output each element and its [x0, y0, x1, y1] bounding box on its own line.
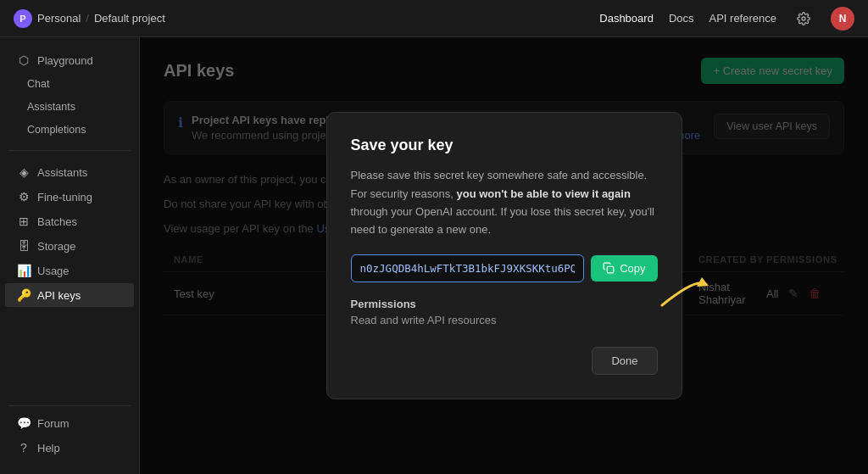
breadcrumb-project[interactable]: Default project [94, 12, 165, 25]
key-row: Copy [351, 254, 658, 282]
sidebar-item-api-keys[interactable]: 🔑 API keys [5, 283, 134, 307]
nav-dashboard[interactable]: Dashboard [599, 12, 654, 25]
avatar[interactable]: N [831, 7, 854, 31]
modal-body-bold: you won't be able to view it again [457, 187, 631, 200]
assistants-icon: ◈ [17, 165, 31, 179]
modal-overlay: Save your key Please save this secret ke… [140, 37, 868, 474]
sidebar-label-api-keys: API keys [37, 289, 81, 302]
fine-tuning-icon: ⚙ [17, 190, 31, 204]
sidebar-item-storage[interactable]: 🗄 Storage [5, 234, 134, 258]
svg-point-0 [802, 17, 805, 20]
sidebar-item-batches[interactable]: ⊞ Batches [5, 209, 134, 233]
copy-btn-label: Copy [620, 262, 645, 275]
arrow-svg [658, 273, 709, 307]
modal-body-text-2: through your OpenAI account. If you lose… [351, 205, 654, 236]
sidebar-label-batches: Batches [37, 215, 77, 228]
sidebar-item-forum[interactable]: 💬 Forum [5, 411, 134, 435]
nav-docs[interactable]: Docs [669, 12, 694, 25]
sidebar-item-usage[interactable]: 📊 Usage [5, 259, 134, 282]
done-button[interactable]: Done [592, 347, 657, 375]
forum-icon: 💬 [17, 416, 31, 430]
svg-rect-1 [607, 267, 614, 274]
org-icon[interactable]: P [14, 9, 32, 28]
copy-icon [603, 262, 615, 274]
breadcrumb: Personal / Default project [37, 12, 165, 25]
modal-title: Save your key [351, 137, 658, 154]
storage-icon: 🗄 [17, 239, 31, 253]
sidebar-item-playground[interactable]: ⬡ Playground [5, 48, 134, 72]
usage-icon: 📊 [17, 264, 31, 277]
main-layout: ⬡ Playground Chat Assistants Completions… [0, 37, 868, 474]
sidebar-label-usage: Usage [37, 265, 70, 277]
nav-api-reference[interactable]: API reference [709, 12, 777, 25]
permissions-label: Permissions [351, 298, 658, 310]
sidebar: ⬡ Playground Chat Assistants Completions… [0, 37, 140, 474]
sidebar-label-fine-tuning: Fine-tuning [37, 191, 92, 204]
sidebar-section-assistants: ◈ Assistants ⚙ Fine-tuning ⊞ Batches 🗄 S… [0, 156, 139, 311]
sidebar-label-assistants-sub: Assistants [27, 101, 75, 113]
settings-icon[interactable] [792, 7, 815, 31]
arrow-pointer [658, 273, 709, 310]
org-icon-text: P [19, 14, 25, 24]
topbar-right: Dashboard Docs API reference N [599, 7, 854, 31]
modal-body: Please save this secret key somewhere sa… [351, 166, 658, 239]
sidebar-label-help: Help [37, 442, 60, 454]
sidebar-label-forum: Forum [37, 417, 70, 430]
sidebar-item-fine-tuning[interactable]: ⚙ Fine-tuning [5, 185, 134, 209]
avatar-text: N [839, 13, 847, 25]
sidebar-label-assistants: Assistants [37, 166, 87, 179]
sidebar-label-chat: Chat [27, 78, 49, 90]
api-keys-icon: 🔑 [17, 288, 31, 302]
breadcrumb-separator: / [86, 12, 89, 25]
sidebar-label-storage: Storage [37, 240, 76, 253]
sidebar-item-chat[interactable]: Chat [5, 73, 134, 95]
sidebar-item-completions[interactable]: Completions [5, 119, 134, 141]
breadcrumb-org[interactable]: Personal [37, 12, 81, 25]
sidebar-bottom: 💬 Forum ? Help [0, 400, 139, 467]
topbar-left: P Personal / Default project [14, 9, 599, 28]
content-area: API keys + Create new secret key ℹ Proje… [140, 37, 868, 474]
sidebar-label-completions: Completions [27, 124, 86, 136]
sidebar-divider-2 [8, 405, 131, 406]
topbar: P Personal / Default project Dashboard D… [0, 0, 868, 37]
permissions-value: Read and write API resources [351, 314, 658, 326]
help-icon: ? [17, 441, 31, 454]
batches-icon: ⊞ [17, 215, 31, 228]
sidebar-item-assistants-sub[interactable]: Assistants [5, 96, 134, 118]
sidebar-divider-1 [8, 150, 131, 151]
playground-icon: ⬡ [17, 53, 31, 67]
save-key-modal: Save your key Please save this secret ke… [326, 112, 682, 399]
sidebar-item-help[interactable]: ? Help [5, 436, 134, 460]
modal-footer: Done [351, 347, 658, 375]
sidebar-item-assistants[interactable]: ◈ Assistants [5, 160, 134, 184]
secret-key-input[interactable] [351, 254, 585, 282]
copy-key-button[interactable]: Copy [591, 255, 657, 282]
svg-marker-2 [697, 277, 709, 287]
sidebar-label-playground: Playground [37, 54, 93, 67]
sidebar-section-playground: ⬡ Playground Chat Assistants Completions [0, 44, 139, 145]
